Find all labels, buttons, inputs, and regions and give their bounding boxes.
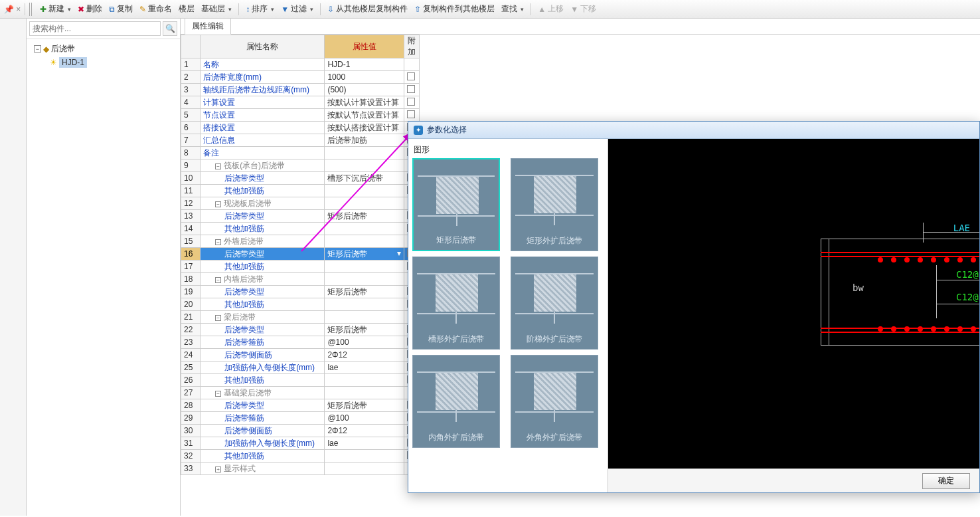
tab-property-edit[interactable]: 属性编辑 (185, 18, 231, 35)
table-row[interactable]: 10后浇带类型槽形下沉后浇带 (181, 172, 420, 185)
table-row[interactable]: 16后浇带类型矩形后浇带 ▾ (181, 248, 420, 260)
ok-button[interactable]: 确定 (922, 473, 970, 489)
table-row[interactable]: 13后浇带类型矩形后浇带 (181, 210, 420, 223)
table-row[interactable]: 12−现浇板后浇带 (181, 197, 420, 210)
shape-option[interactable]: 矩形后浇带 (412, 158, 500, 251)
table-row[interactable]: 3轴线距后浇带左边线距离(mm)(500) (181, 84, 420, 96)
table-row[interactable]: 33+显示样式 (181, 463, 420, 475)
table-row[interactable]: 31加强筋伸入每侧长度(mm)lae (181, 437, 420, 450)
filter-button[interactable]: ▼过滤 (278, 2, 316, 16)
table-row[interactable]: 6搭接设置按默认搭接设置计算 (181, 122, 420, 134)
table-row[interactable]: 30后浇带侧面筋2Φ12 (181, 425, 420, 437)
col-add: 附加 (404, 35, 420, 58)
table-row[interactable]: 15−外墙后浇带 (181, 235, 420, 248)
table-row[interactable]: 8备注 (181, 147, 420, 159)
move-down-button[interactable]: ▼下移 (568, 2, 599, 16)
table-row[interactable]: 18−内墙后浇带 (181, 273, 420, 286)
table-row[interactable]: 26其他加强筋 (181, 374, 420, 387)
drawing-preview: 1000 LAE bw C12@200 C12@200 C12@200 C12@… (608, 139, 979, 468)
dialog-left-label: 图形 (412, 143, 604, 158)
shape-option[interactable]: 矩形外扩后浇带 (511, 158, 598, 251)
shape-option[interactable]: 槽形外扩后浇带 (412, 257, 500, 350)
table-row[interactable]: 11其他加强筋 (181, 185, 420, 197)
left-strip (0, 19, 27, 516)
search-button[interactable]: 🔍 (163, 21, 177, 36)
dialog-icon: ✦ (414, 126, 423, 135)
table-row[interactable]: 29后浇带箍筋@100 (181, 412, 420, 425)
tree-item-hjd1[interactable]: ☀ HJD-1 (29, 56, 177, 69)
table-row[interactable]: 2后浇带宽度(mm)1000 (181, 71, 420, 84)
table-row[interactable]: 1名称HJD-1 (181, 58, 420, 71)
delete-button[interactable]: ✖删除 (75, 2, 105, 16)
new-button[interactable]: ✚新建 (37, 2, 74, 16)
col-value: 属性值 (325, 35, 404, 58)
dialog-title-text: 参数化选择 (427, 124, 467, 136)
sort-button[interactable]: ↕排序 (243, 2, 277, 16)
table-row[interactable]: 17其他加强筋 (181, 260, 420, 273)
move-up-button[interactable]: ▲上移 (535, 2, 566, 16)
property-grid: 属性名称 属性值 附加 1名称HJD-12后浇带宽度(mm)10003轴线距后浇… (181, 35, 420, 475)
table-row[interactable]: 21−梁后浇带 (181, 311, 420, 324)
shape-option[interactable]: 内角外扩后浇带 (412, 355, 500, 448)
checkbox[interactable] (407, 98, 415, 106)
table-row[interactable]: 23后浇带箍筋@100 (181, 336, 420, 349)
toolbar: 📌 × ✚新建 ✖删除 ⧉复制 ✎重命名 楼层 基础层 ↕排序 ▼过滤 ⇩从其他… (0, 0, 980, 19)
floor-label: 楼层 (176, 2, 197, 16)
shape-option[interactable]: 阶梯外扩后浇带 (511, 257, 598, 350)
table-row[interactable]: 4计算设置按默认计算设置计算 (181, 96, 420, 109)
table-row[interactable]: 19后浇带类型矩形后浇带 (181, 286, 420, 298)
table-row[interactable]: 28后浇带类型矩形后浇带 (181, 399, 420, 412)
table-row[interactable]: 20其他加强筋 (181, 298, 420, 311)
pin-close[interactable]: 📌 × (4, 5, 21, 14)
table-row[interactable]: 5节点设置按默认节点设置计算 (181, 109, 420, 122)
rename-button[interactable]: ✎重命名 (137, 2, 175, 16)
table-row[interactable]: 9−筏板(承台)后浇带 (181, 159, 420, 172)
tree-root[interactable]: − ◆ 后浇带 (29, 42, 177, 56)
copy-from-floor-button[interactable]: ⇩从其他楼层复制构件 (325, 2, 410, 16)
table-row[interactable]: 27−基础梁后浇带 (181, 387, 420, 399)
checkbox[interactable] (407, 110, 415, 118)
dialog-titlebar[interactable]: ✦ 参数化选择 (408, 122, 979, 139)
copy-to-floor-button[interactable]: ⇧复制构件到其他楼层 (412, 2, 497, 16)
toolbar-handle[interactable] (29, 3, 33, 16)
table-row[interactable]: 25加强筋伸入每侧长度(mm)lae (181, 362, 420, 374)
table-row[interactable]: 32其他加强筋 (181, 450, 420, 463)
table-row[interactable]: 22后浇带类型矩形后浇带 (181, 324, 420, 336)
tree-panel: 🔍 − ◆ 后浇带 ☀ HJD-1 (27, 19, 181, 516)
base-floor-dropdown[interactable]: 基础层 (199, 2, 234, 16)
table-row[interactable]: 14其他加强筋 (181, 223, 420, 235)
checkbox[interactable] (407, 85, 415, 93)
copy-button[interactable]: ⧉复制 (106, 2, 135, 16)
search-input[interactable] (29, 21, 161, 36)
find-button[interactable]: 查找 (499, 2, 527, 16)
table-row[interactable]: 7汇总信息后浇带加筋 (181, 134, 420, 147)
shape-option[interactable]: 外角外扩后浇带 (511, 355, 598, 448)
col-name: 属性名称 (201, 35, 325, 58)
checkbox[interactable] (407, 72, 415, 80)
param-dialog: ✦ 参数化选择 图形 矩形后浇带矩形外扩后浇带槽形外扩后浇带阶梯外扩后浇带内角外… (408, 121, 980, 493)
table-row[interactable]: 24后浇带侧面筋2Φ12 (181, 349, 420, 362)
